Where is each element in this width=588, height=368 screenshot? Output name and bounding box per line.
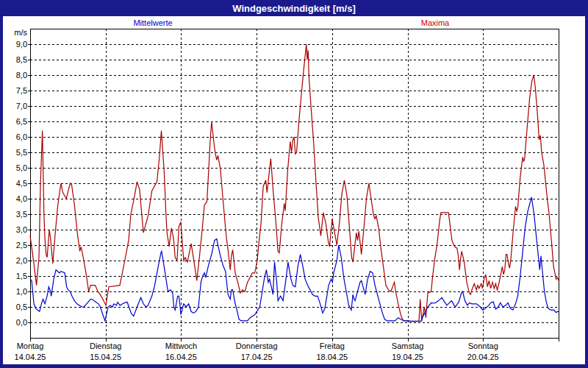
y-tick-label: 0,5: [5, 303, 27, 311]
y-tick-label: 6,5: [5, 118, 27, 126]
series-line-mittelwerte: [30, 197, 559, 321]
y-tick-label: 5,5: [5, 149, 27, 157]
x-day-name-label: Donnerstag: [226, 342, 287, 350]
wind-speed-chart: [0, 0, 588, 368]
x-day-name-label: Freitag: [301, 342, 363, 350]
y-tick-label: 7,5: [5, 87, 27, 95]
y-tick-label: 8,0: [5, 71, 27, 79]
x-day-date-label: 18.04.25: [301, 353, 363, 361]
y-tick-label: 6,0: [5, 133, 27, 141]
y-tick-label: 4,5: [5, 180, 27, 188]
y-tick-label: 8,5: [5, 56, 27, 64]
y-tick-label: 3,0: [5, 226, 27, 234]
y-tick-label: 2,0: [5, 257, 27, 265]
x-day-date-label: 16.04.25: [150, 353, 212, 361]
y-tick-label: 2,5: [5, 241, 27, 250]
y-tick-label: 1,0: [5, 288, 27, 296]
x-day-date-label: 14.04.25: [0, 353, 61, 361]
y-tick-label: 7,0: [5, 102, 27, 110]
y-tick-label: 5,0: [5, 164, 27, 172]
x-day-name-label: Sonntag: [452, 342, 514, 350]
app-window: Windgeschwindigkeit [m/s] Mittelwerte Ma…: [0, 0, 588, 368]
x-day-name-label: Mittwoch: [150, 342, 212, 350]
y-tick-label: 1,5: [5, 272, 27, 280]
y-tick-label: 9,0: [5, 40, 27, 49]
x-day-date-label: 15.04.25: [75, 353, 137, 361]
y-tick-label: 3,5: [5, 210, 27, 219]
y-tick-label: 0,0: [5, 319, 27, 327]
x-day-name-label: Dienstag: [75, 342, 137, 350]
x-day-date-label: 20.04.25: [452, 353, 514, 361]
x-day-date-label: 19.04.25: [377, 353, 439, 361]
x-day-name-label: Samstag: [377, 342, 439, 350]
x-day-date-label: 17.04.25: [226, 353, 287, 361]
x-day-name-label: Montag: [0, 342, 61, 350]
y-tick-label: 4,0: [5, 195, 27, 203]
series-line-maxima: [30, 44, 559, 322]
